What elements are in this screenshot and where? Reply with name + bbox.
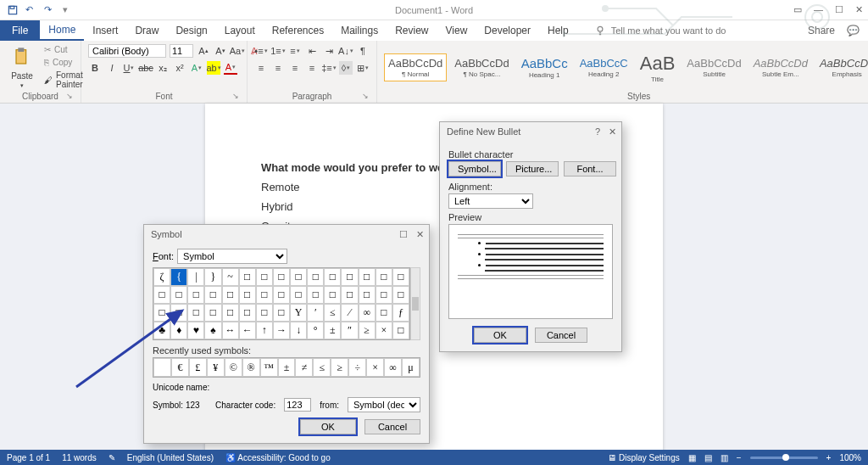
tab-view[interactable]: View <box>437 20 476 41</box>
sym-cell[interactable]: | <box>187 268 204 286</box>
sym-cell[interactable]: ≤ <box>324 304 341 322</box>
sym-recent-cell[interactable]: ™ <box>260 358 278 377</box>
bullets-button[interactable]: •≡ <box>254 44 268 58</box>
sym-from-select[interactable]: Symbol (decimal) <box>348 397 420 412</box>
zoom-slider[interactable] <box>750 457 818 459</box>
sym-cell[interactable]: □ <box>290 286 307 304</box>
close-icon[interactable]: ✕ <box>855 4 863 15</box>
show-marks-button[interactable]: ¶ <box>356 44 370 58</box>
sym-cell[interactable]: { <box>170 268 187 286</box>
dnb-font-button[interactable]: Font... <box>564 161 616 176</box>
dnb-picture-button[interactable]: Picture... <box>506 161 559 176</box>
sym-cell[interactable]: ♣ <box>153 322 170 339</box>
line-spacing-button[interactable]: ‡≡ <box>322 61 336 75</box>
tell-me-input[interactable] <box>611 25 747 36</box>
sym-cell[interactable]: ′ <box>307 304 324 322</box>
share-button[interactable]: Share <box>808 25 835 36</box>
justify-button[interactable]: ≡ <box>305 61 319 75</box>
styles-gallery[interactable]: AaBbCcDd¶ Normal AaBbCcDd¶ No Spac... Aa… <box>384 44 868 91</box>
sym-cell[interactable]: □ <box>222 286 239 304</box>
sym-cell[interactable]: ~ <box>222 268 239 286</box>
tab-review[interactable]: Review <box>387 20 437 41</box>
sym-cell[interactable]: □ <box>392 268 409 286</box>
undo-icon[interactable]: ↶ <box>25 4 37 16</box>
font-name-select[interactable] <box>88 44 166 58</box>
style-emphasis[interactable]: AaBbCcDdEmphasis <box>815 53 868 81</box>
sym-code-input[interactable] <box>284 398 311 412</box>
sym-cancel-button[interactable]: Cancel <box>364 419 420 434</box>
sym-cell[interactable]: □ <box>170 304 187 322</box>
sym-cell[interactable]: } <box>204 268 221 286</box>
sym-ok-button[interactable]: OK <box>300 419 356 434</box>
sym-cell[interactable]: □ <box>153 304 170 322</box>
sym-cell[interactable]: □ <box>204 286 221 304</box>
tab-mailings[interactable]: Mailings <box>332 20 387 41</box>
dnb-help-icon[interactable]: ? <box>595 126 600 137</box>
sym-cell[interactable]: ♦ <box>170 322 187 339</box>
shrink-font-button[interactable]: A▾ <box>214 44 227 58</box>
tab-layout[interactable]: Layout <box>216 20 264 41</box>
sym-recent-cell[interactable]: ≠ <box>295 358 313 377</box>
tab-home[interactable]: Home <box>40 20 84 41</box>
style-subtle-em[interactable]: AaBbCcDdSubtle Em... <box>749 53 812 81</box>
sym-cell[interactable]: □ <box>324 286 341 304</box>
sym-recent-cell[interactable]: ± <box>278 358 296 377</box>
sym-recent-cell[interactable]: ¥ <box>207 358 225 377</box>
sym-cell[interactable]: □ <box>239 304 256 322</box>
sym-recent-cell[interactable] <box>153 358 171 377</box>
sym-cell[interactable]: □ <box>290 268 307 286</box>
status-words[interactable]: 11 words <box>62 453 97 462</box>
sym-cell[interactable]: □ <box>324 268 341 286</box>
dnb-symbol-button[interactable]: Symbol... <box>448 161 501 176</box>
sym-cell[interactable]: ± <box>324 322 341 339</box>
clipboard-launcher[interactable]: ↘ <box>65 92 74 100</box>
status-page[interactable]: Page 1 of 1 <box>7 453 50 462</box>
sym-cell[interactable]: ″ <box>341 322 358 339</box>
sym-cell[interactable]: ↑ <box>256 322 273 339</box>
font-launcher[interactable]: ↘ <box>231 92 240 100</box>
cut-button[interactable]: ✂Cut <box>42 44 85 55</box>
sym-cell[interactable]: □ <box>239 286 256 304</box>
sym-recent-cell[interactable]: ≤ <box>313 358 331 377</box>
sym-cell[interactable]: → <box>273 322 290 339</box>
sym-scrollbar[interactable] <box>410 267 420 340</box>
subscript-button[interactable]: x₂ <box>156 61 170 75</box>
sym-cell[interactable]: □ <box>153 286 170 304</box>
underline-button[interactable]: U <box>122 61 136 75</box>
sym-recent-cell[interactable]: ≥ <box>331 358 348 377</box>
zoom-in-button[interactable]: + <box>826 453 832 462</box>
change-case-button[interactable]: Aa <box>231 44 244 58</box>
tab-design[interactable]: Design <box>167 20 215 41</box>
dnb-alignment-select[interactable]: Left <box>448 193 533 209</box>
style-normal[interactable]: AaBbCcDd¶ Normal <box>384 53 447 81</box>
tab-file[interactable]: File <box>0 20 40 41</box>
sort-button[interactable]: A↓ <box>339 44 353 58</box>
tab-draw[interactable]: Draw <box>126 20 167 41</box>
sym-cell[interactable]: □ <box>359 268 376 286</box>
sym-cell[interactable]: ζ <box>153 268 170 286</box>
style-nospacing[interactable]: AaBbCcDd¶ No Spac... <box>450 53 513 81</box>
dnb-close-icon[interactable]: ✕ <box>609 126 616 137</box>
sym-cell[interactable]: × <box>376 322 392 339</box>
sym-recent-row[interactable]: €£¥©®™±≠≤≥÷×∞μ <box>153 357 420 378</box>
sym-recent-cell[interactable]: © <box>225 358 242 377</box>
sym-cell[interactable]: □ <box>204 304 221 322</box>
style-heading1[interactable]: AaBbCcHeading 1 <box>517 53 572 82</box>
highlight-button[interactable]: ab <box>207 61 220 75</box>
sym-cell[interactable]: ⁄ <box>341 304 358 322</box>
superscript-button[interactable]: x² <box>173 61 186 75</box>
sym-recent-cell[interactable]: ∞ <box>384 358 402 377</box>
sym-cell[interactable]: □ <box>392 286 409 304</box>
align-left-button[interactable]: ≡ <box>254 61 268 75</box>
sym-close-icon[interactable]: ✕ <box>416 229 424 240</box>
dnb-cancel-button[interactable]: Cancel <box>535 328 587 343</box>
style-heading2[interactable]: AaBbCcCHeading 2 <box>576 53 632 81</box>
sym-cell[interactable]: ♥ <box>187 322 204 339</box>
sym-recent-cell[interactable]: × <box>366 358 384 377</box>
sym-cell[interactable]: □ <box>307 268 324 286</box>
sym-cell[interactable]: □ <box>256 304 273 322</box>
view-read-icon[interactable]: ▤ <box>704 453 712 462</box>
sym-cell[interactable]: □ <box>273 286 290 304</box>
multilevel-button[interactable]: ≡ <box>288 44 302 58</box>
sym-recent-cell[interactable]: € <box>171 358 189 377</box>
